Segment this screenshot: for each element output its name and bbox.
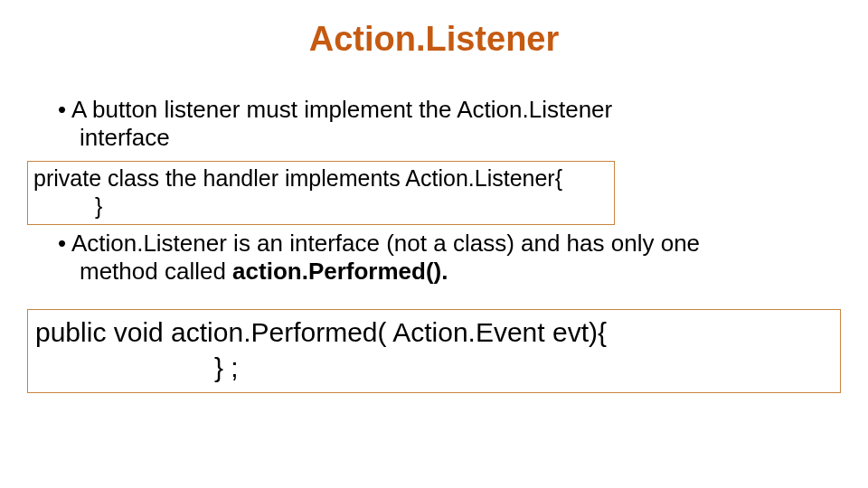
code-1-line-2: } — [33, 192, 609, 221]
bullet-1-line-2: interface — [58, 124, 814, 152]
bullet-2-line-2: method called action.Performed(). — [58, 258, 832, 286]
bullet-point-2: • Action.Listener is an interface (not a… — [58, 230, 832, 286]
bullet-point-1: • A button listener must implement the A… — [58, 96, 814, 152]
bullet-2-prefix: method called — [80, 258, 232, 285]
bullet-1-line-1: • A button listener must implement the A… — [58, 96, 814, 124]
slide-title: Action.Listener — [0, 0, 868, 64]
code-snippet-box-2: public void action.Performed( Action.Eve… — [27, 309, 841, 393]
code-2-line-2: } ; — [35, 350, 833, 385]
bullet-2-line-1: • Action.Listener is an interface (not a… — [58, 230, 832, 258]
code-snippet-box-1: private class the handler implements Act… — [27, 161, 615, 225]
code-1-line-1: private class the handler implements Act… — [33, 164, 609, 192]
code-2-line-1: public void action.Performed( Action.Eve… — [35, 314, 833, 350]
bullet-2-bold: action.Performed(). — [232, 258, 448, 285]
